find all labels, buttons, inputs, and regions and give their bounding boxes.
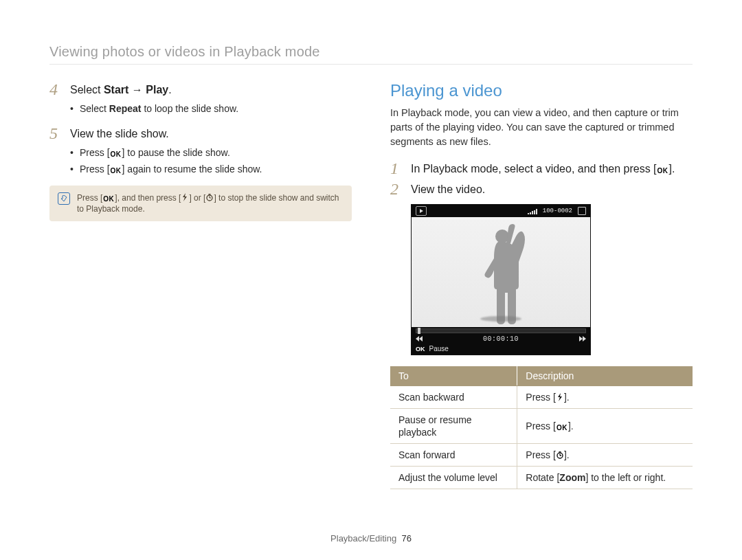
text: Press [ (526, 421, 556, 432)
text: ]. (568, 421, 574, 432)
right-column: Playing a video In Playback mode, you ca… (390, 81, 693, 489)
table-row: Adjust the volume level Rotate [Zoom] to… (390, 467, 693, 489)
th-to: To (390, 366, 517, 386)
text: ] again to resume the slide show. (122, 164, 262, 175)
table-row: Scan backward Press []. (390, 386, 693, 409)
text: . (168, 84, 171, 96)
note-text: Press [OK], and then press [] or [] to s… (77, 192, 344, 214)
video-frame (412, 217, 590, 327)
step-4-bullets: Select Repeat to loop the slide show. (70, 102, 352, 115)
cell-desc: Press []. (517, 386, 693, 409)
text: ] to the left or right. (585, 472, 666, 483)
text: Select (80, 103, 109, 114)
text: ]. (669, 163, 675, 175)
section-heading: Playing a video (390, 81, 693, 100)
bold: Start (104, 84, 128, 96)
text: ] or [ (189, 193, 205, 203)
step-5: 5 View the slide show. (49, 125, 352, 142)
controls-table: To Description Scan backward Press []. P… (390, 366, 693, 489)
cell-desc: Press []. (517, 444, 693, 467)
text: ], and then press [ (115, 193, 181, 203)
step-4: 4 Select Start → Play. (49, 81, 352, 98)
table-header-row: To Description (390, 366, 693, 386)
text: ] to pause the slide show. (122, 147, 230, 158)
table-row: Scan forward Press []. (390, 444, 693, 467)
text: Select (70, 84, 104, 96)
step-2: 2 View the video. (390, 181, 693, 197)
text: Press [ (77, 193, 102, 203)
zoom-label: Zoom (559, 472, 585, 483)
cell-to: Adjust the volume level (390, 467, 517, 489)
play-indicator-icon (416, 206, 427, 216)
text: Rotate [ (526, 472, 559, 483)
ok-icon: OK (110, 151, 122, 158)
bullet: Press [OK] again to resume the slide sho… (70, 162, 352, 176)
progress-bar (416, 328, 586, 333)
text: ]. (564, 449, 570, 460)
text: ]. (564, 392, 570, 403)
pause-label: Pause (429, 345, 449, 352)
step-5-bullets: Press [OK] to pause the slide show. Pres… (70, 146, 352, 176)
video-osd-bottom: 00:00:10 OK Pause (412, 327, 590, 355)
signal-bars-icon (528, 208, 537, 214)
step-1: 1 In Playback mode, select a video, and … (390, 160, 693, 177)
step-text: View the video. (411, 181, 485, 197)
breadcrumb: Viewing photos or videos in Playback mod… (49, 44, 693, 65)
step-number: 2 (390, 181, 403, 197)
forward-icon (579, 336, 586, 343)
person-silhouette-icon (473, 224, 528, 327)
arrow-icon: → (128, 84, 146, 96)
step-text: View the slide show. (70, 125, 169, 142)
th-description: Description (517, 366, 693, 386)
page-footer: Playback/Editing 76 (0, 533, 742, 544)
bold: Repeat (109, 103, 142, 114)
flash-icon (181, 193, 189, 201)
svg-rect-4 (559, 451, 561, 452)
footer-section: Playback/Editing (330, 533, 396, 544)
manual-page: Viewing photos or videos in Playback mod… (0, 0, 742, 560)
two-column-layout: 4 Select Start → Play. Select Repeat to … (49, 81, 693, 489)
section-intro: In Playback mode, you can view a video, … (390, 106, 693, 149)
cell-to: Scan forward (390, 444, 517, 467)
cell-desc: Rotate [Zoom] to the left or right. (517, 467, 693, 489)
video-preview: 100-0002 (411, 204, 591, 355)
cell-to: Scan backward (390, 386, 517, 409)
cell-desc: Press [OK]. (517, 409, 693, 444)
cell-to: Pause or resume playback (390, 409, 517, 444)
text: to loop the slide show. (142, 103, 239, 114)
note-card: Press [OK], and then press [] or [] to s… (49, 186, 352, 221)
text: In Playback mode, select a video, and th… (411, 163, 657, 175)
text: Press [ (526, 392, 556, 403)
timer-icon (205, 193, 214, 201)
step-number: 1 (390, 160, 403, 177)
ok-icon: OK (110, 168, 122, 175)
ok-icon: OK (416, 346, 425, 352)
text: Press [ (526, 449, 556, 460)
card-icon (578, 207, 586, 215)
left-column: 4 Select Start → Play. Select Repeat to … (49, 81, 352, 489)
ok-icon: OK (102, 196, 115, 203)
svg-rect-1 (209, 194, 211, 194)
video-time: 00:00:10 (483, 335, 519, 343)
table-row: Pause or resume playback Press [OK]. (390, 409, 693, 444)
step-number: 5 (49, 125, 62, 142)
file-counter: 100-0002 (543, 208, 572, 214)
ok-icon: OK (657, 168, 669, 175)
video-osd-top: 100-0002 (412, 205, 590, 217)
step-number: 4 (49, 81, 62, 98)
rewind-icon (416, 336, 423, 343)
bullet: Press [OK] to pause the slide show. (70, 146, 352, 159)
timer-icon (556, 451, 564, 459)
step-text: In Playback mode, select a video, and th… (411, 160, 675, 177)
step-text: Select Start → Play. (70, 81, 172, 98)
bold: Play (146, 84, 168, 96)
bullet: Select Repeat to loop the slide show. (70, 102, 352, 115)
text: Press [ (80, 164, 110, 175)
note-icon (58, 192, 70, 205)
footer-page-number: 76 (401, 533, 411, 544)
text: Press [ (80, 147, 110, 158)
ok-icon: OK (556, 425, 568, 432)
flash-icon (556, 393, 564, 401)
